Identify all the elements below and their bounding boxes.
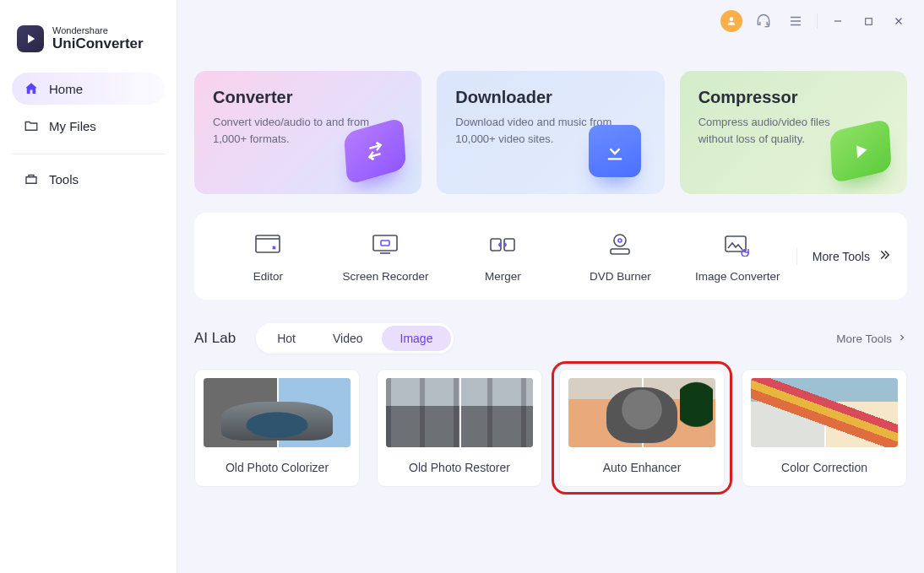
tool-label: DVD Burner xyxy=(590,270,651,283)
logo-mark-icon xyxy=(17,25,44,52)
window-controls xyxy=(720,10,909,32)
support-button[interactable] xyxy=(753,10,775,32)
tool-label: Merger xyxy=(485,270,521,283)
tool-dvd-burner[interactable]: DVD Burner xyxy=(562,230,679,283)
lab-card-colorizer[interactable]: Old Photo Colorizer xyxy=(194,369,360,487)
converter-card[interactable]: Converter Convert video/audio to and fro… xyxy=(194,71,421,194)
account-button[interactable] xyxy=(720,10,742,32)
downloader-card[interactable]: Downloader Download video and music from… xyxy=(437,71,664,194)
svg-point-7 xyxy=(614,235,626,246)
tab-image[interactable]: Image xyxy=(382,326,452,351)
card-title: Compressor xyxy=(698,88,889,107)
tab-hot[interactable]: Hot xyxy=(258,326,314,351)
main-area: Converter Convert video/audio to and fro… xyxy=(177,0,924,573)
card-title: Downloader xyxy=(455,88,645,107)
home-icon xyxy=(24,81,39,96)
tab-video[interactable]: Video xyxy=(314,326,382,351)
ai-lab-grid: Old Photo Colorizer Old Photo Restorer A… xyxy=(194,369,907,487)
svg-rect-0 xyxy=(865,18,872,24)
sidebar: Wondershare UniConverter Home My Files T… xyxy=(0,0,177,573)
lab-thumb-colorizer xyxy=(204,378,351,447)
ai-lab-title: AI Lab xyxy=(194,330,236,347)
more-tools-label: More Tools xyxy=(813,250,870,263)
sidebar-item-label: My Files xyxy=(49,119,96,133)
chevron-double-right-icon xyxy=(877,247,892,265)
sidebar-item-myfiles[interactable]: My Files xyxy=(12,110,165,142)
svg-rect-3 xyxy=(373,235,397,251)
downloader-card-icon xyxy=(589,125,656,189)
lab-card-label: Old Photo Restorer xyxy=(378,456,541,486)
tool-editor[interactable]: Editor xyxy=(209,230,327,283)
sidebar-item-label: Tools xyxy=(49,172,79,186)
more-tools-button[interactable]: More Tools xyxy=(796,247,892,265)
lab-card-label: Old Photo Colorizer xyxy=(195,456,359,486)
merger-icon xyxy=(487,230,518,260)
svg-point-2 xyxy=(274,247,275,249)
logo-text: Wondershare UniConverter xyxy=(52,26,144,51)
lab-card-auto-enhancer[interactable]: Auto Enhancer xyxy=(559,369,725,487)
ai-lab-header: AI Lab Hot Video Image More Tools xyxy=(194,323,907,354)
converter-card-icon xyxy=(345,125,413,189)
ai-lab-more-label: More Tools xyxy=(836,332,892,345)
svg-rect-9 xyxy=(611,249,629,254)
chevron-right-icon xyxy=(897,332,907,345)
ai-lab-more-button[interactable]: More Tools xyxy=(836,332,907,345)
screen-recorder-icon xyxy=(370,230,400,260)
tool-screen-recorder[interactable]: Screen Recorder xyxy=(327,230,444,283)
tool-label: Editor xyxy=(253,270,283,283)
lab-thumb-color-correction xyxy=(751,378,898,447)
svg-rect-4 xyxy=(381,241,389,246)
tool-image-converter[interactable]: Image Converter xyxy=(679,230,796,283)
tool-label: Screen Recorder xyxy=(342,270,428,283)
menu-button[interactable] xyxy=(785,10,807,32)
toolbox-icon xyxy=(24,171,39,186)
lab-thumb-restorer xyxy=(386,378,533,447)
lab-thumb-auto-enhancer xyxy=(568,378,715,447)
tool-label: Image Converter xyxy=(695,270,780,283)
sidebar-item-home[interactable]: Home xyxy=(12,73,165,105)
svg-point-8 xyxy=(618,239,622,242)
dvd-burner-icon xyxy=(605,230,635,260)
lab-card-label: Color Correction xyxy=(742,456,906,486)
compressor-card[interactable]: Compressor Compress audio/video files wi… xyxy=(680,71,907,194)
lab-card-color-correction[interactable]: Color Correction xyxy=(742,369,907,487)
editor-icon xyxy=(253,230,283,260)
tools-strip: Editor Screen Recorder Merger DVD Burner… xyxy=(194,213,907,300)
sidebar-item-label: Home xyxy=(49,82,83,96)
svg-rect-1 xyxy=(256,235,280,252)
brand-name-bottom: UniConverter xyxy=(52,36,144,51)
lab-card-restorer[interactable]: Old Photo Restorer xyxy=(377,369,542,487)
sidebar-divider xyxy=(12,154,165,154)
feature-cards-row: Converter Convert video/audio to and fro… xyxy=(194,71,907,194)
image-converter-icon xyxy=(722,230,753,260)
minimize-button[interactable] xyxy=(828,11,848,31)
close-button[interactable] xyxy=(889,11,909,31)
separator xyxy=(817,14,818,29)
app-logo: Wondershare UniConverter xyxy=(12,25,165,73)
compressor-card-icon xyxy=(831,125,899,189)
ai-lab-tabs: Hot Video Image xyxy=(256,323,454,354)
card-title: Converter xyxy=(213,88,403,107)
sidebar-item-tools[interactable]: Tools xyxy=(12,163,165,195)
folder-icon xyxy=(24,118,39,133)
lab-card-label: Auto Enhancer xyxy=(560,456,724,486)
maximize-button[interactable] xyxy=(858,11,878,31)
tool-merger[interactable]: Merger xyxy=(444,230,562,283)
